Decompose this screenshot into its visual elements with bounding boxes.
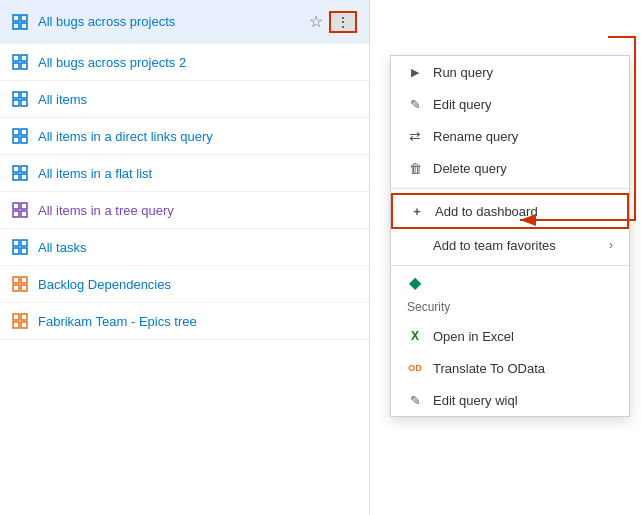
- svg-rect-10: [13, 100, 19, 106]
- query-item-label: All items in a flat list: [38, 166, 357, 181]
- rename-query-menu-item[interactable]: ⇄ Rename query: [391, 120, 629, 152]
- svg-rect-23: [21, 211, 27, 217]
- svg-rect-20: [13, 203, 19, 209]
- svg-rect-32: [13, 314, 19, 320]
- svg-rect-31: [21, 285, 27, 291]
- menu-divider: [391, 188, 629, 189]
- edit-wiql-label: Edit query wiql: [433, 393, 613, 408]
- open-in-excel-label: Open in Excel: [433, 329, 613, 344]
- query-item[interactable]: All bugs across projects 2: [0, 44, 369, 81]
- query-list: All bugs across projects ☆ ⋮ All bugs ac…: [0, 0, 370, 515]
- add-to-dashboard-menu-item[interactable]: + Add to dashboard: [391, 193, 629, 229]
- svg-rect-13: [21, 129, 27, 135]
- query-item[interactable]: All items in a tree query: [0, 192, 369, 229]
- wiql-pencil-icon: ✎: [407, 392, 423, 408]
- svg-rect-7: [21, 63, 27, 69]
- svg-rect-9: [21, 92, 27, 98]
- edit-wiql-menu-item[interactable]: ✎ Edit query wiql: [391, 384, 629, 416]
- svg-rect-33: [21, 314, 27, 320]
- svg-rect-4: [13, 55, 19, 61]
- grid-icon: [12, 91, 28, 107]
- grid-icon: [12, 239, 28, 255]
- svg-rect-25: [21, 240, 27, 246]
- svg-rect-5: [21, 55, 27, 61]
- svg-rect-21: [21, 203, 27, 209]
- query-item[interactable]: Backlog Dependencies: [0, 266, 369, 303]
- svg-rect-26: [13, 248, 19, 254]
- query-item[interactable]: Fabrikam Team - Epics tree: [0, 303, 369, 340]
- excel-icon: X: [407, 328, 423, 344]
- rename-icon: ⇄: [407, 128, 423, 144]
- query-item-label: All bugs across projects 2: [38, 55, 357, 70]
- translate-odata-label: Translate To OData: [433, 361, 613, 376]
- svg-rect-17: [21, 166, 27, 172]
- svg-rect-29: [21, 277, 27, 283]
- svg-rect-6: [13, 63, 19, 69]
- grid-icon: [12, 165, 28, 181]
- more-button[interactable]: ⋮: [329, 11, 357, 33]
- delete-query-menu-item[interactable]: 🗑 Delete query: [391, 152, 629, 184]
- svg-rect-3: [21, 23, 27, 29]
- query-item-label: All tasks: [38, 240, 357, 255]
- grid-icon: [12, 202, 28, 218]
- svg-rect-30: [13, 285, 19, 291]
- query-item[interactable]: All items: [0, 81, 369, 118]
- open-in-excel-menu-item[interactable]: X Open in Excel: [391, 320, 629, 352]
- svg-rect-24: [13, 240, 19, 246]
- grid-icon: [12, 14, 28, 30]
- svg-rect-8: [13, 92, 19, 98]
- svg-rect-12: [13, 129, 19, 135]
- context-menu: ▶ Run query ✎ Edit query ⇄ Rename query …: [390, 55, 630, 417]
- favorites-icon: [407, 237, 423, 253]
- grid-icon: [12, 128, 28, 144]
- grid-icon: [12, 276, 28, 292]
- svg-rect-15: [21, 137, 27, 143]
- translate-odata-menu-item[interactable]: OD Translate To OData: [391, 352, 629, 384]
- trash-icon: 🗑: [407, 160, 423, 176]
- item-actions: ☆ ⋮: [307, 10, 357, 33]
- edit-query-label: Edit query: [433, 97, 613, 112]
- svg-rect-22: [13, 211, 19, 217]
- edit-query-menu-item[interactable]: ✎ Edit query: [391, 88, 629, 120]
- svg-rect-11: [21, 100, 27, 106]
- odata-icon: OD: [407, 360, 423, 376]
- query-item[interactable]: All tasks: [0, 229, 369, 266]
- query-item-label: Backlog Dependencies: [38, 277, 357, 292]
- query-item-label: All items in a tree query: [38, 203, 357, 218]
- rename-query-label: Rename query: [433, 129, 613, 144]
- add-to-dashboard-label: Add to dashboard: [435, 204, 611, 219]
- security-tag-row: ◆: [391, 270, 629, 294]
- svg-rect-16: [13, 166, 19, 172]
- pencil-icon: ✎: [407, 96, 423, 112]
- play-icon: ▶: [407, 64, 423, 80]
- svg-rect-2: [13, 23, 19, 29]
- query-item-label: All bugs across projects: [38, 14, 307, 29]
- grid-icon: [12, 54, 28, 70]
- run-query-menu-item[interactable]: ▶ Run query: [391, 56, 629, 88]
- star-button[interactable]: ☆: [307, 10, 325, 33]
- svg-rect-1: [21, 15, 27, 21]
- svg-rect-35: [21, 322, 27, 328]
- svg-rect-0: [13, 15, 19, 21]
- svg-rect-27: [21, 248, 27, 254]
- plus-icon: +: [409, 203, 425, 219]
- query-item-label: All items: [38, 92, 357, 107]
- query-item[interactable]: All items in a direct links query: [0, 118, 369, 155]
- grid-icon: [12, 313, 28, 329]
- query-item[interactable]: All items in a flat list: [0, 155, 369, 192]
- svg-rect-14: [13, 137, 19, 143]
- add-to-favorites-menu-item[interactable]: Add to team favorites ›: [391, 229, 629, 261]
- svg-rect-18: [13, 174, 19, 180]
- chevron-right-icon: ›: [609, 238, 613, 252]
- svg-rect-19: [21, 174, 27, 180]
- svg-rect-28: [13, 277, 19, 283]
- query-item[interactable]: All bugs across projects ☆ ⋮: [0, 0, 369, 44]
- tag-icon: ◆: [407, 274, 423, 290]
- run-query-label: Run query: [433, 65, 613, 80]
- query-item-label: All items in a direct links query: [38, 129, 357, 144]
- menu-divider: [391, 265, 629, 266]
- delete-query-label: Delete query: [433, 161, 613, 176]
- query-item-label: Fabrikam Team - Epics tree: [38, 314, 357, 329]
- security-section-label: Security: [391, 294, 629, 320]
- add-to-favorites-label: Add to team favorites: [433, 238, 599, 253]
